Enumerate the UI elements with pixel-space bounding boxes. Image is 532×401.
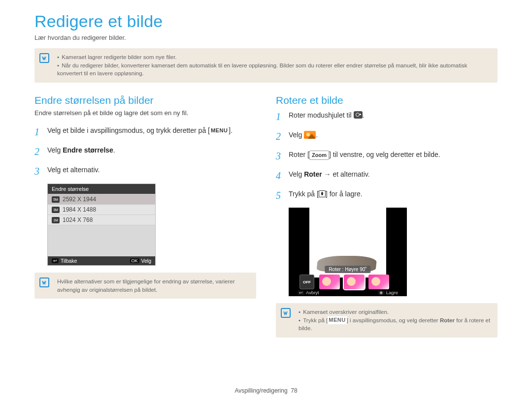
step-bold: Endre størrelse xyxy=(63,146,113,154)
back-key-icon: ↩ xyxy=(52,258,59,263)
menu-label: MENU xyxy=(328,316,346,324)
step-number: 5 xyxy=(276,188,284,203)
step: 2 Velg . xyxy=(276,129,498,144)
rotate-option-label: Roter : Høyre 90˚ xyxy=(325,266,370,273)
footer-section: Avspilling/redigering xyxy=(234,387,287,394)
step: 4 Velg Roter → et alternativ. xyxy=(276,168,498,183)
step-number: 3 xyxy=(34,164,42,179)
menu-option-label: 2592 X 1944 xyxy=(63,196,96,203)
step-number: 1 xyxy=(276,109,284,124)
note-icon xyxy=(281,308,291,318)
note-icon xyxy=(39,53,49,63)
note-text: Hvilke alternativer som er tilgjengelige… xyxy=(57,278,234,293)
section-title-resize: Endre størrelsen på bilder xyxy=(34,94,256,106)
step-text: Velg et alternativ. xyxy=(47,164,100,175)
step-text: . xyxy=(113,146,115,154)
zoom-button-label: Zoom xyxy=(309,151,329,160)
rotate-thumb-selected xyxy=(344,275,365,289)
right-column: Rotere et bilde 1 Roter modushjulet til … xyxy=(276,94,498,338)
step-text: Trykk på [ xyxy=(289,190,319,198)
page-subtitle: Lær hvordan du redigerer bilder. xyxy=(34,34,498,41)
step-text: Roter [ xyxy=(289,151,309,158)
menu-option: 5M 2592 X 1944 xyxy=(48,194,155,204)
menu-option-label: 1024 X 768 xyxy=(63,216,93,223)
macro-button-icon xyxy=(319,190,326,197)
resolution-icon: 5M xyxy=(52,196,60,203)
resize-menu-screenshot: Endre størrelse 5M 2592 X 1944 3M 1984 X… xyxy=(47,184,156,266)
step-text: Velg xyxy=(289,170,304,178)
step: 3 Velg et alternativ. xyxy=(34,164,256,179)
rotate-thumb xyxy=(319,275,340,289)
footer-back-label: Tilbake xyxy=(61,258,77,264)
footer-cancel: Avbryt xyxy=(306,290,319,295)
off-tile: OFF xyxy=(299,275,314,289)
save-key-icon: ❀ xyxy=(378,290,385,295)
step-number: 1 xyxy=(34,124,42,139)
menu-option: 3M 1984 X 1488 xyxy=(48,204,155,215)
step-text: Velg xyxy=(289,131,304,139)
step-text: Roter modushjulet til xyxy=(289,111,354,119)
top-note: Kameraet lagrer redigerte bilder som nye… xyxy=(34,48,498,83)
step-number: 4 xyxy=(276,168,284,183)
step-text: ] til venstre, og velg deretter et bilde… xyxy=(329,151,440,158)
right-note: Kameraet overskriver originalfilen. Tryk… xyxy=(276,303,498,338)
rotate-thumb xyxy=(368,275,389,289)
menu-option: 1M 1024 X 768 xyxy=(48,215,155,225)
note-icon xyxy=(39,278,49,287)
footer-save: Lagre xyxy=(386,290,398,295)
step-text: → et alternativ. xyxy=(322,170,370,178)
page-footer: Avspilling/redigering 78 xyxy=(0,387,532,394)
menu-footer: ↩Tilbake OKVelg xyxy=(48,256,155,265)
left-column: Endre størrelsen på bilder Endre størrel… xyxy=(34,94,256,338)
note-item: Kameraet overskriver originalfilen. xyxy=(299,308,492,316)
photo-edit-icon xyxy=(304,131,316,139)
menu-option-label: 1984 X 1488 xyxy=(63,206,96,213)
section-title-rotate: Rotere et bilde xyxy=(276,94,498,106)
note-item: Trykk på [MENU] i avspillingsmodus, og v… xyxy=(299,316,492,333)
step-number: 2 xyxy=(34,144,42,159)
step-number: 2 xyxy=(276,129,284,144)
step: 1 Roter modushjulet til . xyxy=(276,109,498,124)
footer-select-label: Velg xyxy=(141,258,151,264)
step-number: 3 xyxy=(276,149,284,163)
step-text: ] for å lagre. xyxy=(326,190,363,198)
step-text: Velg xyxy=(47,146,63,154)
step-text: . xyxy=(363,111,365,119)
step-text: Velg et bilde i avspillingsmodus, og try… xyxy=(47,126,210,134)
ok-key-icon: OK xyxy=(130,258,139,263)
step: 3 Roter [Zoom] til venstre, og velg dere… xyxy=(276,149,498,163)
resolution-icon: 1M xyxy=(52,217,60,223)
step: 5 Trykk på [] for å lagre. xyxy=(276,188,498,203)
left-note: Hvilke alternativer som er tilgjengelige… xyxy=(34,273,256,299)
step-text: . xyxy=(316,131,318,139)
note-item: Når du redigerer bilder, konverterer kam… xyxy=(57,62,492,78)
back-key-icon: ↩ xyxy=(298,290,304,295)
section-desc: Endre størrelsen på et bilde og lagre de… xyxy=(34,109,256,117)
menu-label: MENU xyxy=(210,126,229,135)
rotate-screenshot: Roter : Høyre 90˚ OFF ↩Avbryt ❀Lagre xyxy=(289,208,407,296)
resolution-icon: 3M xyxy=(52,207,60,213)
note-item: Kameraet lagrer redigerte bilder som nye… xyxy=(57,53,492,62)
step-bold: Roter xyxy=(304,170,322,178)
step: 2 Velg Endre størrelse. xyxy=(34,144,256,159)
page-title: Redigere et bilde xyxy=(34,12,498,31)
mode-dial-icon xyxy=(354,111,363,119)
step: 1 Velg et bilde i avspillingsmodus, og t… xyxy=(34,124,256,139)
step-text: ]. xyxy=(229,126,233,134)
footer-page-number: 78 xyxy=(291,387,297,394)
menu-header: Endre størrelse xyxy=(48,184,155,194)
